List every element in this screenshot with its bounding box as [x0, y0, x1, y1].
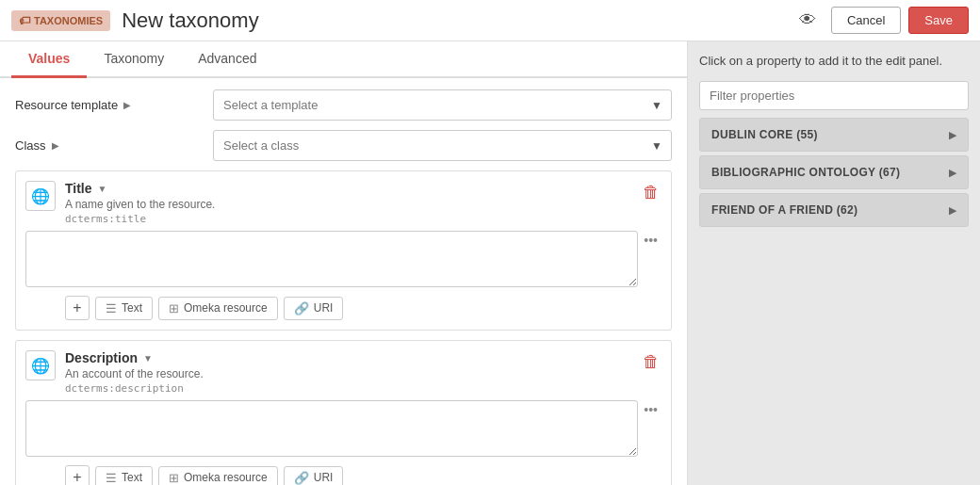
description-text-label: Text — [122, 471, 142, 484]
description-right-col: ••• — [644, 400, 662, 417]
resource-template-row: Resource template ▶ Select a template ▼ — [15, 89, 672, 121]
preview-button[interactable]: 👁 — [792, 7, 824, 34]
description-text-icon: ☰ — [106, 471, 117, 485]
title-uri-icon: 🔗 — [294, 301, 309, 315]
page-title: New taxonomy — [122, 8, 792, 33]
bibliographic-ontology-group[interactable]: Bibliographic Ontology (67) ▶ — [699, 155, 969, 189]
description-add-value-button[interactable]: + — [65, 465, 90, 485]
dublin-core-chevron: ▶ — [949, 129, 956, 141]
description-text-type-button[interactable]: ☰ Text — [95, 466, 153, 486]
title-textarea-col — [25, 231, 638, 290]
title-add-value-button[interactable]: + — [65, 296, 90, 320]
title-delete-button[interactable]: 🗑 — [641, 181, 662, 204]
bibliographic-ontology-chevron: ▶ — [949, 167, 956, 179]
title-property-header: 🌐 Title ▼ A name given to the resource. … — [16, 171, 671, 231]
title-property-right: 🗑 — [641, 181, 662, 204]
description-property-chevron[interactable]: ▼ — [143, 353, 153, 364]
title-uri-button[interactable]: 🔗 URI — [284, 297, 344, 320]
title-text-icon: ☰ — [106, 301, 117, 315]
class-select-wrapper: Select a class ▼ — [213, 130, 672, 161]
description-uri-icon: 🔗 — [294, 471, 309, 485]
save-button[interactable]: Save — [908, 7, 969, 34]
description-omeka-icon: ⊞ — [169, 471, 179, 485]
description-textarea[interactable] — [25, 400, 638, 457]
top-bar: 🏷 TAXONOMIES New taxonomy 👁 Cancel Save — [0, 0, 980, 41]
description-omeka-resource-button[interactable]: ⊞ Omeka resource — [158, 466, 278, 486]
description-property-right: 🗑 — [641, 350, 662, 374]
friend-of-a-friend-label: Friend of a Friend (62) — [711, 203, 858, 217]
class-select[interactable]: Select a class — [213, 130, 672, 161]
tabs: Values Taxonomy Advanced — [0, 41, 687, 78]
bibliographic-ontology-label: Bibliographic Ontology (67) — [711, 166, 900, 179]
description-property-term: dcterms:description — [65, 382, 641, 395]
description-property-desc: An account of the resource. — [65, 367, 641, 380]
class-label: Class ▶ — [15, 138, 213, 153]
form-area: Resource template ▶ Select a template ▼ … — [0, 78, 687, 485]
title-textarea[interactable] — [25, 231, 638, 287]
dublin-core-label: Dublin Core (55) — [711, 128, 818, 141]
right-panel: Click on a property to add it to the edi… — [688, 41, 980, 485]
resource-template-select-wrapper: Select a template ▼ — [213, 89, 672, 121]
title-omeka-label: Omeka resource — [184, 301, 268, 315]
top-bar-actions: 👁 Cancel Save — [792, 7, 969, 34]
tab-taxonomy[interactable]: Taxonomy — [87, 41, 181, 78]
description-add-value-row: + ☰ Text ⊞ Omeka resource 🔗 URI — [16, 460, 671, 485]
description-property-block: 🌐 Description ▼ An account of the resour… — [15, 340, 672, 485]
title-language-button[interactable]: 🌐 — [25, 181, 56, 211]
resource-template-select[interactable]: Select a template — [213, 89, 672, 121]
title-textarea-row: ••• — [16, 231, 671, 290]
description-delete-button[interactable]: 🗑 — [641, 350, 662, 374]
resource-template-chevron: ▶ — [123, 100, 131, 110]
right-panel-hint: Click on a property to add it to the edi… — [699, 53, 969, 70]
title-property-chevron[interactable]: ▼ — [98, 184, 107, 194]
taxonomies-badge[interactable]: 🏷 TAXONOMIES — [11, 10, 110, 31]
title-text-label: Text — [122, 301, 142, 315]
description-language-button[interactable]: 🌐 — [25, 350, 56, 380]
title-more-options-button[interactable]: ••• — [644, 233, 662, 248]
title-right-col: ••• — [644, 231, 662, 248]
friend-of-a-friend-group[interactable]: Friend of a Friend (62) ▶ — [699, 193, 969, 227]
title-omeka-resource-button[interactable]: ⊞ Omeka resource — [158, 297, 278, 320]
title-property-desc: A name given to the resource. — [65, 198, 641, 211]
description-property-header: 🌐 Description ▼ An account of the resour… — [16, 341, 671, 400]
description-textarea-col — [25, 400, 638, 460]
title-add-value-row: + ☰ Text ⊞ Omeka resource 🔗 URI — [16, 290, 671, 330]
title-uri-label: URI — [314, 301, 334, 315]
description-textarea-row: ••• — [16, 400, 671, 460]
taxonomies-label: TAXONOMIES — [34, 15, 103, 26]
title-omeka-icon: ⊞ — [169, 301, 179, 315]
friend-of-a-friend-chevron: ▶ — [949, 204, 956, 217]
left-panel: Values Taxonomy Advanced Resource templa… — [0, 41, 688, 485]
title-property-name: Title — [65, 181, 92, 196]
description-uri-button[interactable]: 🔗 URI — [284, 466, 344, 486]
class-row: Class ▶ Select a class ▼ — [15, 130, 672, 161]
description-uri-label: URI — [314, 471, 334, 484]
tag-icon: 🏷 — [19, 14, 30, 27]
description-title-row: Description ▼ — [65, 350, 641, 365]
title-text-type-button[interactable]: ☰ Text — [95, 297, 153, 320]
main-layout: Values Taxonomy Advanced Resource templa… — [0, 41, 980, 485]
title-property-meta: Title ▼ A name given to the resource. dc… — [65, 181, 641, 225]
tab-values[interactable]: Values — [11, 41, 87, 78]
resource-template-label: Resource template ▶ — [15, 98, 213, 112]
title-property-term: dcterms:title — [65, 213, 641, 225]
title-title-row: Title ▼ — [65, 181, 641, 196]
class-chevron: ▶ — [52, 140, 59, 151]
title-property-block: 🌐 Title ▼ A name given to the resource. … — [15, 170, 672, 331]
description-property-name: Description — [65, 350, 138, 365]
tab-advanced[interactable]: Advanced — [181, 41, 273, 78]
description-omeka-label: Omeka resource — [184, 471, 268, 484]
description-more-options-button[interactable]: ••• — [644, 402, 662, 417]
filter-properties-input[interactable] — [699, 81, 969, 110]
dublin-core-group[interactable]: Dublin Core (55) ▶ — [699, 118, 969, 152]
cancel-button[interactable]: Cancel — [831, 7, 901, 34]
description-property-meta: Description ▼ An account of the resource… — [65, 350, 641, 395]
